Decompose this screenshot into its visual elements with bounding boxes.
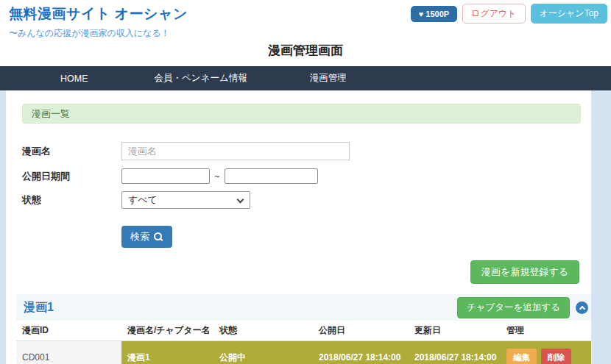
brand: 無料漫画サイト オーシャン 〜みんなの応援が漫画家の収入になる！	[9, 4, 188, 40]
row-status: 公開中	[213, 341, 313, 364]
register-row: 漫画を新規登録する	[6, 260, 579, 284]
site-tagline: 〜みんなの応援が漫画家の収入になる！	[9, 27, 188, 40]
add-chapter-button[interactable]: チャプターを追加する	[457, 297, 570, 318]
status-select[interactable]: すべて	[121, 191, 250, 209]
points-button[interactable]: ♥ 1500P	[411, 6, 457, 22]
row-updated: 2018/06/27 18:14:00	[409, 341, 501, 364]
nav-item-manga-manage[interactable]: 漫画管理	[310, 72, 347, 85]
date-to-input[interactable]	[225, 168, 318, 184]
manga-table-body: CD001 漫画1 公開中 2018/06/27 18:14:00 2018/0…	[16, 341, 591, 364]
status-select-value: すべて	[128, 193, 158, 207]
date-range-label: 公開日期間	[22, 170, 121, 183]
row-actions: 編集 削除	[501, 341, 591, 364]
col-header-manga-id: 漫画ID	[16, 321, 121, 340]
chevron-down-icon	[237, 196, 244, 204]
search-button-label: 検索	[130, 230, 149, 243]
search-icon	[153, 232, 163, 242]
table-row: CD001 漫画1 公開中 2018/06/27 18:14:00 2018/0…	[16, 341, 591, 364]
manga-name-label: 漫画名	[22, 145, 121, 158]
panel-heading: 漫画一覧	[22, 104, 581, 124]
col-header-status: 状態	[213, 321, 313, 340]
manga-table: 漫画ID 漫画名/チャプター名 状態 公開日 更新日 管理 CD001 漫画1 …	[16, 321, 591, 364]
chevron-up-circle-icon	[576, 301, 588, 314]
table-header-row: 漫画ID 漫画名/チャプター名 状態 公開日 更新日 管理	[16, 321, 591, 341]
col-header-updated: 更新日	[409, 321, 501, 340]
panel-title: 漫画一覧	[32, 108, 70, 119]
search-form: 漫画名 公開日期間 ~ 状態 すべて 検索	[22, 142, 591, 248]
row-name: 漫画1	[121, 341, 213, 364]
col-header-manage: 管理	[501, 321, 591, 340]
manga-list-card: 漫画一覧 漫画名 公開日期間 ~ 状態 すべて	[6, 90, 591, 364]
manga-section-title: 漫画1	[24, 300, 457, 315]
collapse-section-button[interactable]	[576, 301, 588, 314]
nav-item-home[interactable]: HOME	[60, 74, 88, 84]
ocean-top-button[interactable]: オーシャンTop	[531, 4, 607, 24]
search-button[interactable]: 検索	[121, 226, 172, 248]
main-nav: HOME 会員・ペンネーム情報 漫画管理	[0, 66, 611, 90]
date-from-input[interactable]	[121, 168, 210, 184]
logout-button[interactable]: ログアウト	[462, 4, 525, 24]
points-label: 1500P	[425, 10, 449, 18]
row-id-cell: CD001	[16, 341, 121, 364]
row-published: 2018/06/27 18:14:00	[313, 341, 409, 364]
col-header-published: 公開日	[313, 321, 409, 340]
page-title: 漫画管理画面	[0, 42, 611, 59]
col-header-name: 漫画名/チャプター名	[121, 321, 213, 340]
delete-button[interactable]: 削除	[541, 349, 571, 364]
content-area: 漫画一覧 漫画名 公開日期間 ~ 状態 すべて	[0, 90, 611, 364]
page-header: 無料漫画サイト オーシャン 〜みんなの応援が漫画家の収入になる！ ♥ 1500P…	[0, 0, 611, 66]
edit-button[interactable]: 編集	[506, 349, 537, 364]
date-range-separator: ~	[214, 171, 220, 182]
manga-name-input[interactable]	[121, 142, 350, 160]
heart-icon: ♥	[419, 10, 424, 18]
site-title[interactable]: 無料漫画サイト オーシャン	[9, 4, 188, 24]
nav-item-member-info[interactable]: 会員・ペンネーム情報	[155, 72, 247, 85]
manga-section-header: 漫画1 チャプターを追加する	[16, 294, 591, 321]
register-manga-button[interactable]: 漫画を新規登録する	[470, 260, 579, 284]
status-label: 状態	[22, 193, 121, 207]
top-actions: ♥ 1500P ログアウト オーシャンTop	[411, 4, 607, 24]
row-id: CD001	[22, 352, 49, 363]
